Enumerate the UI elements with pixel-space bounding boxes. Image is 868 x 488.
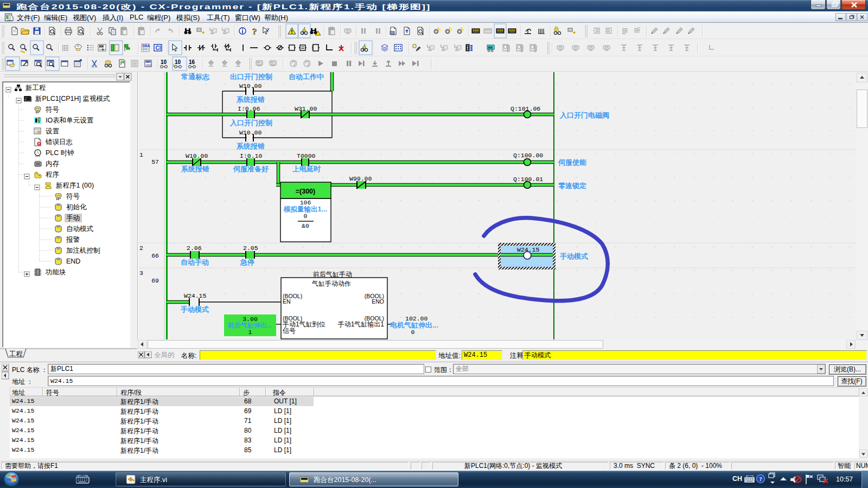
svg-text:IO表和单元设置: IO表和单元设置	[46, 117, 94, 124]
svg-text:自动手动: 自动手动	[181, 258, 209, 266]
svg-text:入口开门电磁阀: 入口开门电磁阀	[559, 111, 609, 119]
svg-text:2.06: 2.06	[187, 245, 202, 252]
svg-text:上电延时: 上电延时	[292, 165, 321, 173]
svg-text:零速锁定: 零速锁定	[558, 182, 586, 190]
svg-text:内存: 内存	[46, 160, 60, 168]
svg-text:新程序1 (00): 新程序1 (00)	[56, 182, 94, 189]
svg-text:程序: 程序	[46, 171, 59, 178]
svg-text:电机气缸伸出...: 电机气缸伸出...	[390, 321, 438, 329]
svg-text:W24.15: W24.15	[184, 292, 207, 299]
svg-text:报警: 报警	[66, 236, 80, 243]
svg-text:伺服准备好: 伺服准备好	[233, 165, 269, 173]
svg-text:EN: EN	[283, 298, 291, 305]
svg-text:I:0.10: I:0.10	[240, 152, 263, 159]
svg-text:工程: 工程	[9, 350, 23, 358]
svg-text:符号: 符号	[66, 192, 80, 200]
svg-text:PLC 时钟: PLC 时钟	[46, 149, 74, 157]
svg-text:I:0.06: I:0.06	[238, 105, 260, 112]
svg-text:信号: 信号	[283, 327, 296, 335]
svg-text:符号: 符号	[46, 106, 59, 113]
svg-text:入口开门控制: 入口开门控制	[229, 119, 272, 127]
svg-text:2.05: 2.05	[243, 245, 258, 252]
svg-text:&0: &0	[302, 222, 309, 229]
svg-text:气缸手动动作: 气缸手动动作	[311, 280, 351, 287]
svg-text:?: ?	[759, 476, 762, 482]
svg-text:END: END	[66, 258, 80, 265]
svg-text:W24.15: W24.15	[517, 246, 540, 253]
svg-text:前后气缸手动: 前后气缸手动	[313, 271, 352, 278]
svg-text:2: 2	[139, 245, 143, 252]
svg-text:新工程: 新工程	[25, 84, 46, 92]
svg-text:自动模式: 自动模式	[66, 225, 94, 233]
svg-text:69: 69	[151, 277, 159, 284]
svg-text:0: 0	[411, 329, 415, 336]
svg-text:系统报错: 系统报错	[236, 95, 265, 104]
svg-text:66: 66	[151, 252, 159, 259]
svg-text:设置: 设置	[46, 127, 60, 135]
svg-text:W31.00: W31.00	[295, 105, 317, 112]
svg-text:系统报错: 系统报错	[181, 165, 209, 173]
svg-text:急停: 急停	[240, 258, 254, 266]
svg-text:57: 57	[151, 158, 159, 165]
svg-text:10: 10	[161, 59, 167, 65]
svg-text:(BOOL): (BOOL)	[365, 315, 384, 322]
svg-text:手动模式: 手动模式	[559, 252, 588, 260]
svg-text:新PLC1[CP1H] 监视模式: 新PLC1[CP1H] 监视模式	[35, 95, 110, 102]
svg-text:初始化: 初始化	[66, 203, 87, 211]
svg-text:自动工作中: 自动工作中	[289, 73, 324, 81]
svg-text:模拟量输出1...: 模拟量输出1...	[283, 206, 327, 213]
svg-text:=(300): =(300)	[296, 188, 315, 195]
svg-text:16: 16	[189, 59, 195, 65]
svg-text:T0000: T0000	[297, 152, 316, 159]
svg-text:0: 0	[304, 213, 308, 220]
svg-text:Q:100.00: Q:100.00	[513, 152, 543, 159]
svg-text:W10.00: W10.00	[239, 82, 262, 89]
svg-text:错误日志: 错误日志	[45, 138, 73, 146]
svg-text:W99.00: W99.00	[349, 175, 372, 182]
svg-text:(BOOL): (BOOL)	[283, 315, 302, 322]
svg-text:Q:101.06: Q:101.06	[510, 105, 540, 112]
svg-text:系统报错: 系统报错	[236, 142, 265, 150]
svg-text:W10.00: W10.00	[186, 152, 208, 159]
svg-text:功能块: 功能块	[45, 268, 66, 276]
svg-text:手动1气缸输出1: 手动1气缸输出1	[338, 320, 385, 328]
svg-text:前后气缸伸出...: 前后气缸伸出...	[227, 322, 272, 329]
svg-text:Q:100.01: Q:100.01	[513, 176, 543, 183]
svg-text:1: 1	[248, 329, 252, 336]
svg-text:伺服使能: 伺服使能	[558, 158, 586, 166]
svg-text:手动模式: 手动模式	[180, 305, 209, 313]
svg-text:3: 3	[139, 269, 143, 277]
svg-text:手动: 手动	[66, 214, 80, 222]
svg-text:1: 1	[139, 151, 143, 158]
svg-text:加注机控制: 加注机控制	[66, 247, 100, 254]
svg-text:出口开门控制: 出口开门控制	[230, 73, 272, 81]
svg-text:常通标志: 常通标志	[181, 73, 210, 81]
svg-text:W10.00: W10.00	[239, 129, 262, 136]
svg-text:10: 10	[175, 59, 181, 65]
svg-text:ENO: ENO	[372, 298, 384, 305]
